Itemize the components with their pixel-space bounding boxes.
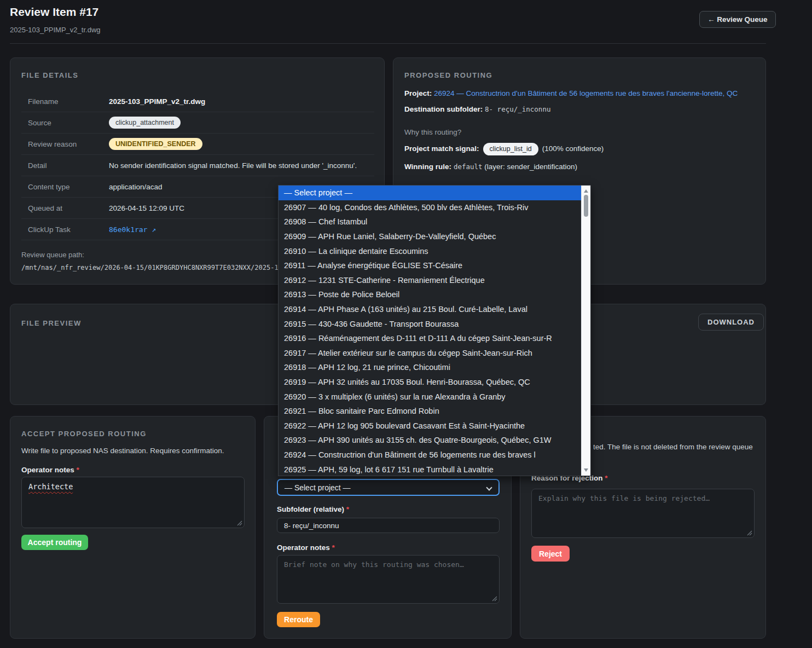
reject-reason-textarea[interactable] <box>532 489 754 537</box>
table-row-detail: Detail No sender identification signal m… <box>21 155 374 176</box>
project-dropdown-option[interactable]: 26925 — APH, 59 log, lot 6 617 151 rue T… <box>279 462 581 476</box>
proposed-destination-line: Destination subfolder: 8- reçu/_inconnu <box>404 104 755 115</box>
project-dropdown-option[interactable]: 26918 — APH 12 log, 21 rue prince, Chico… <box>279 360 581 375</box>
reroute-button[interactable]: Reroute <box>277 612 320 627</box>
scrollbar-thumb[interactable] <box>584 195 588 217</box>
reroute-notes-label: Operator notes * <box>277 543 335 552</box>
filename-value: 2025-103_PPIMP_v2_tr.dwg <box>109 97 205 106</box>
review-queue-back-button[interactable]: ← Review Queue <box>699 11 776 28</box>
accept-routing-button[interactable]: Accept routing <box>21 535 88 550</box>
table-row-review-reason: Review reason UNIDENTIFIED_SENDER <box>21 134 374 155</box>
project-dropdown-option[interactable]: 26910 — La clinique dentaire Escoumins <box>279 244 581 258</box>
table-row-filename: Filename 2025-103_PPIMP_v2_tr.dwg <box>21 91 374 112</box>
project-select[interactable]: — Select project — <box>277 479 500 496</box>
project-dropdown-option[interactable]: 26907 — 40 log, Condos des Athlètes, 500… <box>279 200 581 215</box>
review-item-page: Review Item #17 2025-103_PPIMP_v2_tr.dwg… <box>0 0 812 648</box>
accept-notes-textarea[interactable]: Architecte <box>21 477 245 528</box>
chevron-down-icon <box>486 484 492 490</box>
file-preview-heading: FILE PREVIEW <box>21 319 82 327</box>
required-mark: * <box>77 466 79 474</box>
scroll-down-icon[interactable] <box>584 468 588 472</box>
subfolder-label: Subfolder (relative) * <box>277 505 349 513</box>
header-divider <box>10 43 766 44</box>
page-title: Review Item #17 <box>10 5 98 19</box>
project-dropdown-option[interactable]: 26923 — APH 390 unités au 3155 ch. des Q… <box>279 433 581 448</box>
external-link-icon: ↗ <box>152 225 156 234</box>
accept-notes-value: Architecte <box>28 482 73 491</box>
project-dropdown-option[interactable]: 26908 — Chef Istambul <box>279 215 581 229</box>
proposed-routing-heading: PROPOSED ROUTING <box>404 71 755 79</box>
accept-panel-heading: ACCEPT PROPOSED ROUTING <box>21 430 147 438</box>
accept-routing-panel: ACCEPT PROPOSED ROUTING Write file to pr… <box>10 416 256 639</box>
required-mark: * <box>346 505 349 513</box>
required-mark: * <box>605 474 607 482</box>
subfolder-input[interactable] <box>277 518 500 533</box>
queue-path-label: Review queue path: <box>21 251 84 259</box>
page-subtitle: 2025-103_PPIMP_v2_tr.dwg <box>10 26 101 34</box>
resize-grip-icon[interactable] <box>237 520 242 526</box>
proposed-project-line: Project: 26924 — Constructrion d'un Bâti… <box>404 88 755 99</box>
accept-notes-label: Operator notes * <box>21 466 79 474</box>
scroll-up-icon[interactable] <box>584 189 588 193</box>
winning-rule-line: Winning rule: default (layer: sender_ide… <box>404 161 755 172</box>
match-signal-line: Project match signal: clickup_list_id (1… <box>404 143 755 155</box>
project-dropdown-option[interactable]: 26922 — APH 12 log 905 boulevard Casavan… <box>279 419 581 433</box>
file-details-heading: FILE DETAILS <box>21 71 78 79</box>
project-dropdown-option[interactable]: 26919 — APH 32 unités au 17035 Boul. Hen… <box>279 375 581 390</box>
queue-path-value: /mnt/nas/_nfr_review/2026-04-15/01KP8GRD… <box>21 264 294 271</box>
reject-reason-textarea-wrap <box>531 489 755 538</box>
winning-rule-value: default <box>454 163 483 171</box>
project-dropdown-list: — Select project —26907 — 40 log, Condos… <box>279 186 581 476</box>
project-dropdown-option[interactable]: — Select project — <box>279 186 581 200</box>
review-reason-badge: UNIDENTIFIED_SENDER <box>109 138 202 151</box>
destination-subfolder-value: 8- reçu/_inconnu <box>485 105 550 113</box>
project-dropdown-option[interactable]: 26924 — Constructrion d'un Bâtiment de 5… <box>279 448 581 462</box>
project-dropdown-option[interactable]: 26915 — 430-436 Gaudette - Transport Bou… <box>279 316 581 331</box>
reroute-notes-textarea-wrap <box>277 555 500 604</box>
table-row-source: Source clickup_attachment <box>21 112 374 134</box>
project-select-dropdown: — Select project —26907 — 40 log, Condos… <box>278 185 591 476</box>
clickup-task-link[interactable]: 86e0k1rar ↗ <box>109 225 156 234</box>
project-dropdown-option[interactable]: 26913 — Poste de Police Beloeil <box>279 287 581 302</box>
source-badge: clickup_attachment <box>109 117 181 129</box>
project-dropdown-option[interactable]: 26916 — Réaménagement des D-111 et D-111… <box>279 331 581 346</box>
queued-at-value: 2026-04-15 12:09 UTC <box>109 204 184 212</box>
reject-panel-description-fragment: ted. The file is not deleted from the re… <box>593 443 757 451</box>
winning-rule-layer: (layer: sender_identification) <box>484 163 577 171</box>
project-dropdown-option[interactable]: 26909 — APH Rue Laniel, Salaberry-De-Val… <box>279 229 581 244</box>
project-dropdown-option[interactable]: 26914 — APH Phase A (163 unités) au 215 … <box>279 302 581 317</box>
reroute-notes-textarea[interactable] <box>277 556 499 603</box>
project-dropdown-option[interactable]: 26911 — Analyse énergétique ÉGLISE ST-Cé… <box>279 258 581 273</box>
reject-button[interactable]: Reject <box>531 546 570 562</box>
match-signal-confidence: (100% confidence) <box>542 143 604 154</box>
project-dropdown-option[interactable]: 26921 — Bloc sanitaire Parc Edmond Robin <box>279 404 581 419</box>
detail-value: No sender identification signal matched.… <box>109 161 357 170</box>
dropdown-scrollbar[interactable] <box>581 186 590 476</box>
proposed-project-link[interactable]: 26924 — Constructrion d'un Bâtiment de 5… <box>434 89 738 97</box>
why-routing-label: Why this routing? <box>404 127 755 138</box>
accept-panel-description: Write file to proposed NAS destination. … <box>21 447 244 455</box>
match-signal-badge: clickup_list_id <box>483 143 538 155</box>
required-mark: * <box>332 543 335 552</box>
project-dropdown-option[interactable]: 26917 — Atelier extérieur sur le campus … <box>279 346 581 361</box>
content-type-value: application/acad <box>109 183 163 191</box>
download-button[interactable]: DOWNLOAD <box>698 314 764 331</box>
project-dropdown-option[interactable]: 26920 — 3 x multiplex (6 unités) sur la … <box>279 389 581 404</box>
project-dropdown-option[interactable]: 26912 — 1231 STE-Catherine - Remaniement… <box>279 273 581 288</box>
